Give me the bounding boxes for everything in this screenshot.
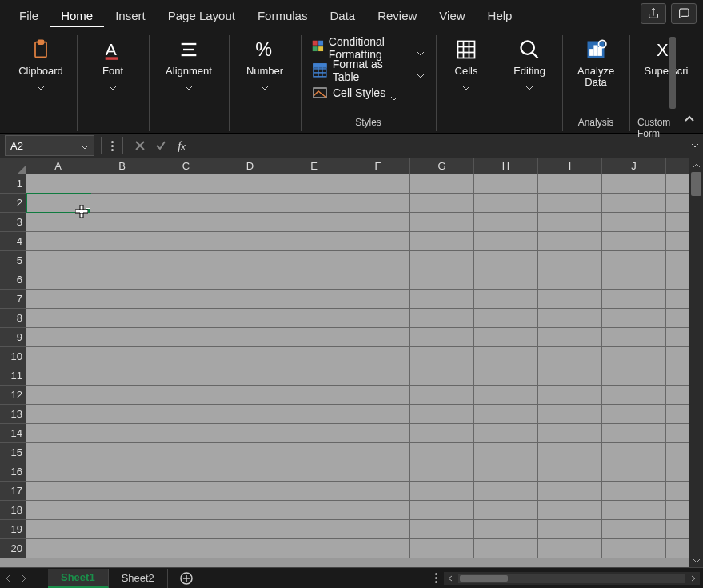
cell-J11[interactable] — [602, 366, 666, 386]
cell-F20[interactable] — [346, 539, 410, 558]
cell-D18[interactable] — [218, 501, 282, 520]
cell-partial-15[interactable] — [666, 443, 690, 462]
cell-C16[interactable] — [154, 462, 218, 482]
cell-B2[interactable] — [90, 194, 154, 213]
cell-F11[interactable] — [346, 366, 410, 386]
cell-E4[interactable] — [282, 232, 346, 251]
cell-A5[interactable] — [26, 251, 90, 270]
row-header-1[interactable]: 1 — [0, 174, 26, 194]
cell-D6[interactable] — [218, 270, 282, 290]
enter-formula-button[interactable] — [150, 135, 171, 156]
cell-partial-7[interactable] — [666, 290, 690, 309]
cell-A9[interactable] — [26, 328, 90, 347]
cell-G9[interactable] — [410, 328, 474, 347]
cell-C20[interactable] — [154, 539, 218, 558]
cell-E6[interactable] — [282, 270, 346, 290]
cell-J9[interactable] — [602, 328, 666, 347]
cell-partial-12[interactable] — [666, 386, 690, 405]
alignment-button[interactable]: Alignment — [157, 34, 221, 85]
cell-F6[interactable] — [346, 270, 410, 290]
cell-E7[interactable] — [282, 290, 346, 309]
cell-J6[interactable] — [602, 270, 666, 290]
cell-E1[interactable] — [282, 174, 346, 194]
cell-F17[interactable] — [346, 482, 410, 501]
cell-I2[interactable] — [538, 194, 602, 213]
cell-G19[interactable] — [410, 520, 474, 539]
cell-J16[interactable] — [602, 462, 666, 482]
cell-C8[interactable] — [154, 309, 218, 328]
cell-F19[interactable] — [346, 520, 410, 539]
cell-G13[interactable] — [410, 405, 474, 424]
cell-A15[interactable] — [26, 443, 90, 462]
cell-C17[interactable] — [154, 482, 218, 501]
cell-C15[interactable] — [154, 443, 218, 462]
cell-G3[interactable] — [410, 213, 474, 232]
cell-partial-1[interactable] — [666, 174, 690, 194]
cell-J3[interactable] — [602, 213, 666, 232]
cell-H14[interactable] — [474, 424, 538, 443]
cell-partial-9[interactable] — [666, 328, 690, 347]
cell-G4[interactable] — [410, 232, 474, 251]
row-header-12[interactable]: 12 — [0, 386, 26, 405]
cell-A8[interactable] — [26, 309, 90, 328]
cell-E5[interactable] — [282, 251, 346, 270]
cell-F16[interactable] — [346, 462, 410, 482]
cell-I16[interactable] — [538, 462, 602, 482]
cell-J20[interactable] — [602, 539, 666, 558]
cell-D7[interactable] — [218, 290, 282, 309]
cell-J5[interactable] — [602, 251, 666, 270]
cell-G15[interactable] — [410, 443, 474, 462]
row-header-20[interactable]: 20 — [0, 539, 26, 558]
cell-A10[interactable] — [26, 347, 90, 366]
cell-partial-11[interactable] — [666, 366, 690, 386]
cell-B3[interactable] — [90, 213, 154, 232]
scroll-thumb[interactable] — [691, 172, 701, 196]
cell-C5[interactable] — [154, 251, 218, 270]
column-header-E[interactable]: E — [282, 158, 346, 174]
cell-G8[interactable] — [410, 309, 474, 328]
cell-F3[interactable] — [346, 213, 410, 232]
cell-partial-20[interactable] — [666, 539, 690, 558]
cell-A4[interactable] — [26, 232, 90, 251]
cell-J1[interactable] — [602, 174, 666, 194]
cell-G1[interactable] — [410, 174, 474, 194]
cell-G11[interactable] — [410, 366, 474, 386]
cell-C9[interactable] — [154, 328, 218, 347]
cell-A16[interactable] — [26, 462, 90, 482]
cell-J2[interactable] — [602, 194, 666, 213]
cell-B13[interactable] — [90, 405, 154, 424]
cell-E17[interactable] — [282, 482, 346, 501]
cell-I8[interactable] — [538, 309, 602, 328]
cell-E8[interactable] — [282, 309, 346, 328]
cell-I6[interactable] — [538, 270, 602, 290]
name-box[interactable]: A2 — [5, 135, 94, 156]
cell-H15[interactable] — [474, 443, 538, 462]
cell-E16[interactable] — [282, 462, 346, 482]
cell-E15[interactable] — [282, 443, 346, 462]
cell-I18[interactable] — [538, 501, 602, 520]
cell-F2[interactable] — [346, 194, 410, 213]
cell-H10[interactable] — [474, 347, 538, 366]
cell-E19[interactable] — [282, 520, 346, 539]
cell-D12[interactable] — [218, 386, 282, 405]
column-header-C[interactable]: C — [154, 158, 218, 174]
cell-C1[interactable] — [154, 174, 218, 194]
cell-B4[interactable] — [90, 232, 154, 251]
tab-formulas[interactable]: Formulas — [246, 2, 319, 27]
cell-J13[interactable] — [602, 405, 666, 424]
cell-B7[interactable] — [90, 290, 154, 309]
scroll-left-button[interactable] — [444, 572, 457, 585]
cell-D13[interactable] — [218, 405, 282, 424]
cell-D9[interactable] — [218, 328, 282, 347]
cell-B14[interactable] — [90, 424, 154, 443]
cell-A14[interactable] — [26, 424, 90, 443]
cell-partial-2[interactable] — [666, 194, 690, 213]
analyze-data-button[interactable]: Analyze Data — [570, 34, 621, 89]
cell-G20[interactable] — [410, 539, 474, 558]
cell-E14[interactable] — [282, 424, 346, 443]
cell-partial-13[interactable] — [666, 405, 690, 424]
cell-F5[interactable] — [346, 251, 410, 270]
cell-H9[interactable] — [474, 328, 538, 347]
cell-A3[interactable] — [26, 213, 90, 232]
cell-H11[interactable] — [474, 366, 538, 386]
